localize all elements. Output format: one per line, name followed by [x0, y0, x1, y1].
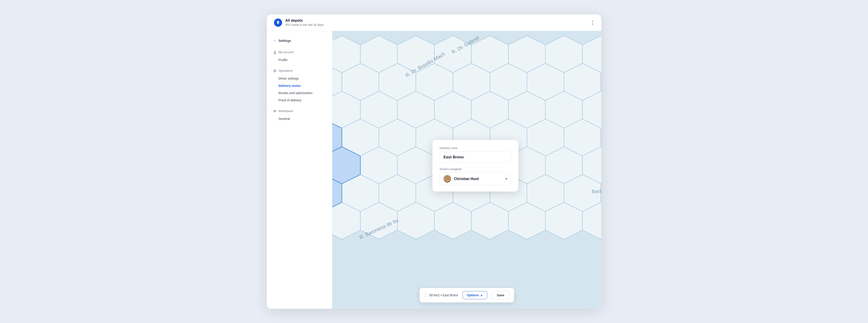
person-icon: [273, 51, 277, 54]
sidebar-section-workspace: Workspace General: [271, 109, 328, 122]
svg-point-101: [446, 177, 448, 179]
driver-dropdown-chevron-icon: ▾: [505, 177, 507, 181]
map-container[interactable]: R. Dr. Gabriel R. Dr. Brasilio Mach R. B…: [332, 31, 601, 309]
location-pin-icon: [274, 19, 282, 27]
driver-select-dropdown[interactable]: Christian Hunt ▾: [440, 172, 511, 185]
back-to-settings-button[interactable]: ← Settings: [271, 37, 328, 44]
sidebar-section-header-workspace: Workspace: [271, 109, 328, 113]
sidebar-section-operations: Operations Driver settings Delivery zone…: [271, 69, 328, 104]
chevron-down-icon: ▼: [591, 23, 594, 26]
zone-info-text: ⬚ 58 km2 • East Bronx: [424, 293, 458, 297]
sidebar-item-delivery-zones[interactable]: Delivery zones: [271, 82, 328, 89]
save-button[interactable]: Save: [492, 291, 509, 299]
svg-point-102: [445, 179, 449, 182]
back-label: Settings: [278, 39, 291, 42]
sidebar-section-header-operations: Operations: [271, 69, 328, 72]
home-icon: [273, 109, 277, 113]
zone-area-text: 58 km2 • East Bronx: [429, 293, 458, 297]
driver-avatar-image: [443, 175, 451, 182]
sidebar-section-label-workspace: Workspace: [278, 109, 293, 113]
sidebar-section-header-my-account: My account: [271, 51, 328, 54]
sidebar-item-general[interactable]: General: [271, 115, 328, 122]
zone-label: Delivery zone: [440, 146, 511, 149]
content-area: R. Dr. Gabriel R. Dr. Brasilio Mach R. B…: [332, 31, 601, 309]
header-subtitle: 453 routes in the last 30 days: [285, 23, 588, 26]
selection-icon: ⬚: [424, 293, 428, 297]
driver-name-text: Christian Hunt: [454, 177, 503, 181]
gear-icon: [273, 69, 277, 72]
header-text: All depots 453 routes in the last 30 day…: [285, 19, 588, 26]
sidebar-section-my-account: My account Profile: [271, 51, 328, 64]
main-layout: ← Settings My account Profile: [267, 31, 601, 309]
header: All depots 453 routes in the last 30 day…: [267, 14, 601, 31]
driver-avatar: [443, 175, 451, 182]
options-label: Options: [467, 293, 479, 297]
options-chevron-icon: ▲: [480, 294, 483, 297]
svg-text:Barão de Tatuí: Barão de Tatuí: [592, 189, 601, 194]
bottom-action-bar: ⬚ 58 km2 • East Bronx Options ▲ Save: [420, 288, 514, 302]
sidebar-item-profile[interactable]: Profile: [271, 56, 328, 64]
delivery-zone-popup: Delivery zone Drivers assigned: [432, 140, 518, 192]
sidebar-item-proof-delivery[interactable]: Proof of delivery: [271, 96, 328, 104]
sidebar-section-label-operations: Operations: [278, 69, 293, 72]
options-button[interactable]: Options ▲: [463, 291, 487, 299]
drivers-label: Drivers assigned: [440, 167, 511, 171]
chevron-up-icon: ▲: [591, 20, 594, 22]
zone-name-input[interactable]: [440, 151, 511, 163]
sidebar-item-routes-optimization[interactable]: Routes and optimization: [271, 89, 328, 96]
sidebar-section-label-my-account: My account: [278, 51, 293, 54]
back-arrow-icon: ←: [273, 39, 277, 43]
sidebar-item-driver-settings[interactable]: Driver settings: [271, 75, 328, 82]
header-title: All depots: [285, 19, 588, 23]
app-window: All depots 453 routes in the last 30 day…: [267, 14, 601, 309]
depot-selector-chevron[interactable]: ▲ ▼: [591, 20, 594, 26]
sidebar: ← Settings My account Profile: [267, 31, 332, 309]
